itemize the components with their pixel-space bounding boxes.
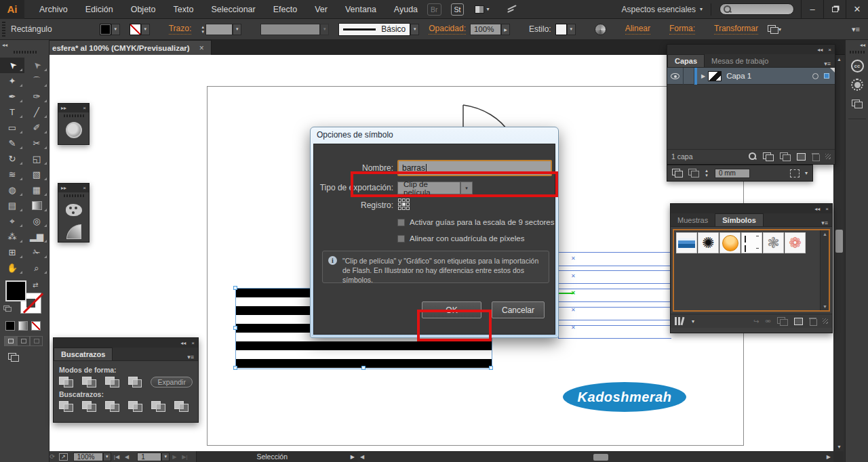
collapse-panel-icon[interactable]: ◂◂ xyxy=(814,206,820,212)
combinar-icon[interactable] xyxy=(105,401,119,412)
tab-capas[interactable]: Capas xyxy=(667,54,705,67)
opacity-field[interactable]: 100% xyxy=(470,24,501,35)
selection-handle[interactable] xyxy=(361,366,366,370)
screen-mode-icon[interactable] xyxy=(8,353,19,362)
panel-resize-grip[interactable] xyxy=(823,318,828,324)
nine-slice-checkbox[interactable] xyxy=(397,219,405,226)
dividir-icon[interactable] xyxy=(59,401,73,412)
swap-fill-stroke-icon[interactable]: ⇄ xyxy=(33,281,38,289)
color-guide-icon[interactable] xyxy=(846,75,868,94)
scroll-up-icon[interactable]: ▲ xyxy=(834,55,844,64)
fill-dropdown-icon[interactable]: ▾ xyxy=(111,24,120,35)
menu-seleccionar[interactable]: Seleccionar xyxy=(211,5,255,14)
gradient-button[interactable] xyxy=(18,321,28,331)
slice-tool[interactable]: ✁ xyxy=(24,245,49,260)
zoom-tool[interactable]: ⌕ xyxy=(24,260,49,276)
horizontal-scroll-thumb[interactable] xyxy=(593,454,608,461)
delete-symbol-icon[interactable] xyxy=(809,317,816,325)
restore-button[interactable] xyxy=(823,0,846,19)
line-segment-tool[interactable]: ╱ xyxy=(24,104,49,120)
scale-tool[interactable]: ◱ xyxy=(24,151,49,167)
symbol-options-icon[interactable] xyxy=(777,317,788,326)
recortar-icon[interactable] xyxy=(128,401,142,412)
mesh-tool[interactable]: ▤ xyxy=(0,198,24,213)
break-link-icon[interactable]: ⚮ xyxy=(766,318,771,325)
reference-dropdown-icon[interactable]: ▾ xyxy=(805,170,808,176)
scroll-left-icon[interactable]: ◀ xyxy=(357,454,367,460)
eyedropper-tool[interactable]: ⌖ xyxy=(0,213,24,229)
reference-point-icon[interactable] xyxy=(790,169,800,177)
registration-point-selector[interactable] xyxy=(398,198,410,210)
collapse-tools-icon[interactable]: ◂◂ xyxy=(2,42,7,48)
selection-handle[interactable] xyxy=(233,366,237,370)
opacity-link[interactable]: Opacidad: xyxy=(429,24,466,35)
status-expand-icon[interactable]: ▶ xyxy=(351,454,355,460)
bridge-button[interactable]: Br xyxy=(427,3,441,16)
anchor-mark[interactable]: ✕ xyxy=(571,308,576,313)
artboards-panel-icon[interactable] xyxy=(846,94,868,113)
move-with-artwork-icon[interactable] xyxy=(672,169,683,177)
direct-selection-tool[interactable]: ➤ xyxy=(24,58,49,73)
menu-texto[interactable]: Texto xyxy=(174,5,194,14)
palette-close-icon[interactable]: × xyxy=(83,105,86,111)
menu-ventana[interactable]: Ventana xyxy=(345,5,376,14)
rectangle-tool[interactable]: ▭ xyxy=(0,120,24,135)
tools-drag-grip[interactable] xyxy=(14,51,37,54)
magic-wand-tool[interactable]: ✦ xyxy=(0,73,24,89)
perspective-grid-tool[interactable]: ▦ xyxy=(24,182,49,198)
artboard-tool[interactable]: ⊞ xyxy=(0,245,24,260)
pixel-grid-checkbox[interactable] xyxy=(397,235,405,243)
stroke-weight-dropdown-icon[interactable]: ▾ xyxy=(233,24,241,35)
lock-cell[interactable] xyxy=(684,68,694,85)
panel-resize-grip[interactable] xyxy=(825,154,831,159)
libraries-dropdown-icon[interactable]: ▾ xyxy=(692,318,694,324)
palette-grip[interactable] xyxy=(64,114,84,117)
shape-builder-tool[interactable]: ◍ xyxy=(0,182,24,198)
anchor-mark[interactable]: ✕ xyxy=(571,325,576,331)
symbol-scruncher-tool[interactable] xyxy=(58,119,89,141)
menu-archivo[interactable]: Archivo xyxy=(39,5,68,14)
isolate-object-icon[interactable] xyxy=(768,25,778,34)
launch-icon[interactable]: ↗ xyxy=(59,453,68,461)
menu-objeto[interactable]: Objeto xyxy=(131,5,156,14)
scroll-up-icon[interactable]: ▲ xyxy=(821,232,829,236)
stock-button[interactable]: St xyxy=(451,3,465,16)
first-artboard-icon[interactable]: |◀ xyxy=(114,454,119,460)
locate-object-icon[interactable] xyxy=(749,152,757,161)
hand-tool[interactable]: ✋ xyxy=(0,260,24,276)
free-transform-tool[interactable]: ▧ xyxy=(24,167,49,182)
brush-dropdown-icon[interactable]: ▾ xyxy=(410,24,419,35)
stroke-weight-field[interactable] xyxy=(205,24,233,35)
transform-link[interactable]: Transformar xyxy=(714,24,758,35)
expand-button[interactable]: Expandir xyxy=(151,377,193,387)
menu-edicion[interactable]: Edición xyxy=(85,5,113,14)
menu-efecto[interactable]: Efecto xyxy=(273,5,297,14)
tab-buscatrazos[interactable]: Buscatrazos xyxy=(54,348,113,360)
minimize-button[interactable]: – xyxy=(801,0,823,19)
arrange-documents-icon[interactable]: ▾ xyxy=(475,5,489,14)
tab-mesas-de-trabajo[interactable]: Mesas de trabajo xyxy=(705,55,775,67)
excluir-icon[interactable] xyxy=(128,377,142,387)
tab-close-icon[interactable]: × xyxy=(199,43,204,53)
contorno-icon[interactable] xyxy=(151,401,165,412)
new-layer-icon[interactable] xyxy=(797,153,806,161)
dock-grip[interactable] xyxy=(850,51,865,54)
blue-banner-symbol[interactable] xyxy=(676,232,697,253)
scroll-right-icon[interactable]: ▶ xyxy=(824,454,833,460)
prev-artboard-icon[interactable]: ◀ xyxy=(125,454,129,460)
symbol-styler-tool[interactable] xyxy=(58,221,89,243)
layer-target-icon[interactable] xyxy=(812,73,818,79)
kadoshmerah-logo[interactable]: Kadoshmerah xyxy=(563,382,686,412)
fill-color-swatch[interactable] xyxy=(100,24,111,35)
expand-dock-icon[interactable]: ◂◂ xyxy=(846,40,868,48)
clipping-mask-icon[interactable] xyxy=(763,152,774,161)
pink-flower-symbol[interactable]: ❁ xyxy=(785,232,806,253)
menos-frente-icon[interactable] xyxy=(82,377,96,387)
selection-handle[interactable] xyxy=(233,286,237,290)
cortar-icon[interactable] xyxy=(82,401,96,412)
twirl-rosette-symbol[interactable]: ❃ xyxy=(763,232,784,253)
horizontal-scrollbar[interactable]: ◀ ▶ xyxy=(357,451,833,462)
close-panel-icon[interactable]: × xyxy=(191,340,195,346)
align-link[interactable]: Alinear xyxy=(625,24,650,35)
fill-swatch[interactable] xyxy=(5,280,26,301)
